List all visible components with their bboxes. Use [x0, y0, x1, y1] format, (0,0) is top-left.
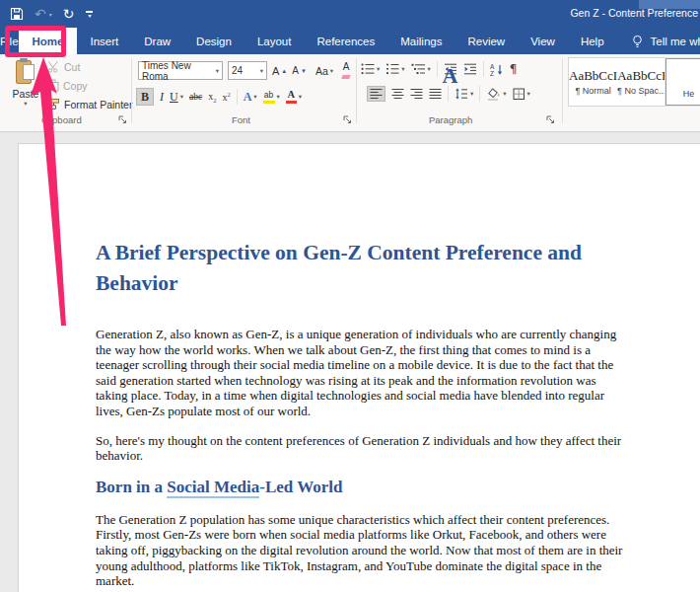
- strikethrough-button[interactable]: abc: [189, 92, 202, 102]
- underline-dropdown-icon: ▾: [180, 93, 183, 101]
- ribbon: Paste ▾ Cut Copy Format Painter Clipboar: [0, 54, 700, 132]
- paste-label: Paste: [13, 88, 39, 100]
- tab-mailings[interactable]: Mailings: [387, 28, 455, 54]
- clear-formatting-button[interactable]: A: [342, 62, 350, 79]
- scissors-icon: [47, 60, 60, 73]
- document-paragraph-3[interactable]: The Generation Z population has some uni…: [96, 512, 623, 589]
- tab-design[interactable]: Design: [183, 28, 245, 54]
- numbering-button[interactable]: ▾: [385, 63, 404, 75]
- font-color-button[interactable]: A ▾: [286, 90, 302, 105]
- font-size-dropdown-icon[interactable]: ▾: [260, 67, 263, 75]
- undo-icon[interactable]: ↶: [35, 5, 46, 23]
- eraser-icon: [341, 75, 350, 79]
- shrink-font-button[interactable]: A▼: [292, 65, 307, 76]
- paste-button[interactable]: Paste ▾: [8, 59, 43, 114]
- tab-review[interactable]: Review: [455, 28, 518, 54]
- highlight-color-bar: [263, 101, 275, 105]
- undo-dropdown-icon[interactable]: ▾: [49, 11, 52, 18]
- tab-help[interactable]: Help: [568, 28, 617, 54]
- text-highlight-button[interactable]: ab ▾: [263, 90, 280, 105]
- tab-draw[interactable]: Draw: [131, 28, 183, 54]
- document-heading-1[interactable]: A Brief Perspective on Gen-Z Content Pre…: [96, 238, 589, 299]
- superscript-button[interactable]: x2: [222, 91, 230, 103]
- copy-icon: [47, 79, 59, 92]
- text-effects-button[interactable]: A ▾: [244, 90, 257, 105]
- font-name-value: Times New Roma: [142, 60, 216, 82]
- underline-button[interactable]: U ▾: [170, 90, 183, 105]
- annotation-highlight-box: [5, 26, 66, 57]
- align-left-button[interactable]: [367, 86, 385, 102]
- font-dialog-launcher-icon[interactable]: [343, 115, 352, 124]
- document-text: A Brief Perspective on Gen-Z Content Pre…: [96, 238, 623, 589]
- title-bar: ↶ ▾ ↻ ▾ Gen Z - Content Preference: [0, 0, 700, 28]
- cut-button[interactable]: Cut: [47, 60, 80, 73]
- style-heading-1[interactable]: A He: [665, 58, 700, 106]
- document-title: Gen Z - Content Preference: [570, 7, 698, 19]
- multilevel-list-button[interactable]: ▾: [411, 63, 431, 75]
- font-row-2: B I U ▾ abc x2 x2 A ▾ ab ▾ A ▾: [136, 87, 302, 107]
- justify-button[interactable]: [429, 88, 442, 100]
- document-paragraph-2[interactable]: So, here's my thought on the content pre…: [96, 433, 623, 464]
- styles-gallery: AaBbCcI ¶ Normal AaBbCcI ¶ No Spac... A …: [568, 57, 700, 107]
- align-right-button[interactable]: [410, 88, 423, 100]
- tell-me-box[interactable]: Tell me what you want to d: [631, 28, 700, 54]
- clipboard-icon: [16, 59, 35, 85]
- document-paragraph-1[interactable]: Generation Z, also known as Gen-Z, is a …: [96, 327, 623, 419]
- clipboard-dialog-launcher-icon[interactable]: [118, 115, 127, 124]
- align-center-button[interactable]: [391, 88, 404, 100]
- tab-references[interactable]: References: [304, 28, 387, 54]
- format-painter-label: Format Painter: [64, 99, 132, 111]
- undo-button[interactable]: ↶ ▾: [35, 5, 52, 23]
- font-name-dropdown-icon[interactable]: ▾: [216, 67, 219, 75]
- grow-font-button[interactable]: A▲: [272, 65, 287, 77]
- format-painter-button[interactable]: Format Painter: [47, 98, 132, 111]
- font-size-value: 24: [232, 65, 243, 76]
- line-spacing-button[interactable]: ▾: [455, 88, 473, 100]
- bullets-button[interactable]: ▾: [361, 63, 380, 75]
- save-icon[interactable]: [10, 7, 24, 21]
- tab-layout[interactable]: Layout: [245, 28, 305, 54]
- paragraph-dialog-launcher-icon[interactable]: [546, 115, 555, 124]
- document-heading-2[interactable]: Born in a Social Media-Led World: [96, 477, 623, 497]
- social-media-link[interactable]: Social Media: [167, 478, 259, 498]
- font-group-label: Font: [232, 114, 250, 125]
- shading-button[interactable]: ▾: [486, 88, 506, 101]
- document-page[interactable]: A Brief Perspective on Gen-Z Content Pre…: [18, 143, 700, 592]
- format-painter-icon: [47, 98, 60, 111]
- copy-button[interactable]: Copy: [47, 79, 88, 92]
- ribbon-tabs: File Home Insert Draw Design Layout Refe…: [0, 28, 700, 54]
- paragraph-group-label: Paragraph: [429, 114, 472, 125]
- font-name-combobox[interactable]: Times New Roma ▾: [138, 61, 223, 80]
- paste-dropdown-icon[interactable]: ▾: [24, 100, 27, 108]
- subscript-button[interactable]: x2: [208, 91, 216, 104]
- font-color-bar: [286, 101, 297, 105]
- paragraph-row-2: ▾ ▾ ▾: [367, 86, 530, 102]
- redo-icon[interactable]: ↻: [63, 5, 75, 23]
- font-row-1: Times New Roma ▾ 24 ▾ A▲ A▼ Aa ▾ A: [138, 61, 350, 80]
- borders-button[interactable]: ▾: [513, 88, 530, 101]
- italic-button[interactable]: I: [160, 90, 164, 105]
- copy-label: Copy: [63, 80, 88, 92]
- tab-insert[interactable]: Insert: [77, 28, 131, 54]
- change-case-button[interactable]: Aa ▾: [315, 65, 333, 77]
- tell-me-text: Tell me what you want to d: [651, 36, 700, 47]
- lightbulb-icon: [631, 35, 644, 48]
- document-area: A Brief Perspective on Gen-Z Content Pre…: [0, 132, 700, 592]
- clipboard-group-label: Clipboard: [41, 114, 82, 125]
- bold-button[interactable]: B: [136, 88, 154, 106]
- customize-qat-icon[interactable]: ▾: [85, 11, 94, 18]
- font-size-combobox[interactable]: 24 ▾: [228, 61, 267, 80]
- quick-access-toolbar: ↶ ▾ ↻ ▾: [10, 4, 94, 24]
- cut-label: Cut: [64, 61, 80, 73]
- tab-view[interactable]: View: [518, 28, 568, 54]
